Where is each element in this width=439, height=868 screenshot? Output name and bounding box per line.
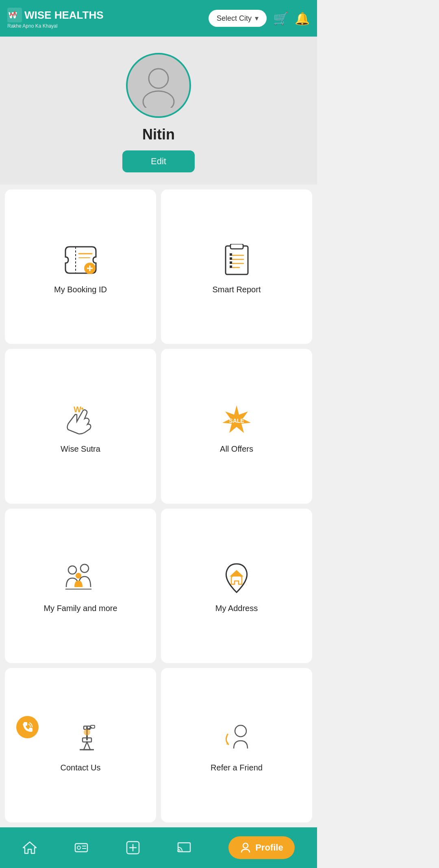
city-selector-button[interactable]: Select City ▾	[209, 10, 267, 27]
refer-icon	[220, 720, 253, 757]
menu-card-address[interactable]: My Address	[161, 509, 312, 663]
family-label: My Family and more	[43, 604, 117, 613]
svg-rect-12	[230, 244, 243, 249]
menu-card-booking[interactable]: My Booking ID	[5, 189, 156, 344]
chevron-down-icon: ▾	[255, 14, 259, 23]
contact-label: Contact Us	[61, 763, 101, 772]
bell-icon[interactable]: 🔔	[295, 11, 310, 26]
logo-icon: W	[7, 8, 22, 22]
svg-point-28	[76, 573, 81, 579]
profile-nav-icon	[240, 842, 251, 853]
refer-label: Refer a Friend	[211, 763, 263, 772]
svg-rect-19	[230, 257, 232, 260]
svg-marker-31	[230, 570, 243, 576]
nav-add[interactable]	[126, 840, 140, 855]
svg-marker-41	[23, 842, 36, 853]
address-icon	[222, 561, 251, 597]
svg-point-27	[80, 564, 89, 572]
header-actions: Select City ▾ 🛒 🔔	[209, 10, 310, 27]
logo-area: W WISE HEALTHS Rakhe Apno Ka Khayal	[7, 8, 104, 29]
user-name: Nitin	[142, 126, 175, 143]
svg-point-26	[68, 566, 76, 574]
app-header: W WISE HEALTHS Rakhe Apno Ka Khayal Sele…	[0, 0, 317, 37]
svg-rect-21	[230, 265, 232, 268]
menu-card-report[interactable]: Smart Report	[161, 189, 312, 344]
svg-rect-20	[230, 261, 232, 264]
svg-text:✦: ✦	[80, 406, 85, 412]
profile-section: Nitin Edit	[0, 37, 317, 185]
svg-text:SALE: SALE	[229, 418, 244, 424]
svg-point-36	[84, 729, 90, 735]
logo-text: WISE HEALTHS	[24, 9, 104, 22]
bottom-nav: Profile	[0, 827, 317, 868]
menu-card-sutra[interactable]: W ✦ Wise Sutra	[5, 349, 156, 503]
profile-nav-label: Profile	[255, 842, 283, 853]
menu-card-refer[interactable]: Refer a Friend	[161, 668, 312, 822]
logo-title: W WISE HEALTHS	[7, 8, 104, 22]
svg-rect-10	[226, 246, 248, 274]
nav-book[interactable]	[74, 840, 89, 855]
svg-point-51	[243, 843, 248, 848]
report-label: Smart Report	[213, 285, 261, 294]
booking-label: My Booking ID	[54, 285, 107, 294]
nav-home[interactable]	[22, 840, 37, 855]
report-icon	[222, 242, 252, 278]
family-icon	[62, 561, 99, 597]
menu-card-contact[interactable]: Contact Us	[5, 668, 156, 822]
svg-point-39	[235, 725, 246, 737]
contact-icon	[9, 720, 152, 757]
svg-point-3	[143, 91, 174, 108]
svg-rect-18	[230, 253, 232, 256]
booking-icon	[63, 242, 98, 278]
menu-card-offers[interactable]: SALE All Offers	[161, 349, 312, 503]
city-selector-label: Select City	[217, 14, 252, 23]
offers-label: All Offers	[220, 444, 253, 454]
nav-profile[interactable]: Profile	[228, 836, 294, 859]
svg-point-2	[149, 69, 168, 88]
logo-subtitle: Rakhe Apno Ka Khayal	[7, 23, 104, 29]
user-avatar-icon	[136, 63, 181, 108]
avatar	[126, 53, 191, 118]
id-card-icon	[74, 840, 89, 855]
edit-button[interactable]: Edit	[122, 150, 195, 172]
offers-icon: SALE	[220, 401, 253, 438]
svg-rect-38	[91, 725, 95, 728]
nav-cast[interactable]	[177, 840, 191, 855]
home-icon	[22, 840, 37, 855]
svg-point-43	[77, 846, 80, 849]
menu-card-family[interactable]: My Family and more	[5, 509, 156, 663]
cast-icon	[177, 840, 191, 855]
cart-icon[interactable]: 🛒	[273, 11, 288, 26]
sutra-label: Wise Sutra	[61, 444, 100, 454]
add-icon	[126, 840, 140, 855]
sutra-icon: W ✦	[62, 401, 99, 438]
address-label: My Address	[215, 604, 258, 613]
menu-grid: My Booking ID Smart Report	[0, 185, 317, 827]
